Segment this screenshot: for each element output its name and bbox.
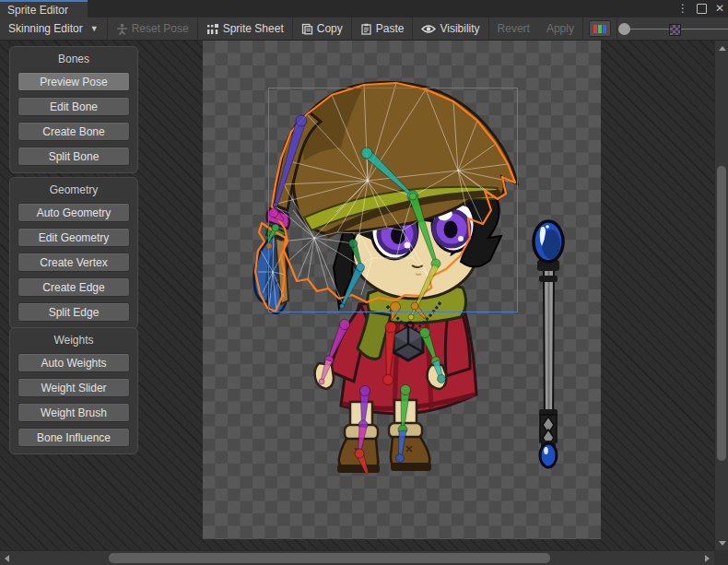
- head: [249, 82, 517, 314]
- auto-weights-button[interactable]: Auto Weights: [18, 353, 130, 372]
- copy-icon: [301, 23, 313, 35]
- panel-bones: Bones Preview Pose Edit Bone Create Bone…: [9, 46, 138, 173]
- feather-ornament: [249, 208, 293, 314]
- edit-geometry-button[interactable]: Edit Geometry: [18, 228, 130, 247]
- panel-geometry: Geometry Auto Geometry Edit Geometry Cre…: [9, 177, 138, 329]
- apply-button[interactable]: Apply: [538, 18, 582, 41]
- tab-title: Sprite Editor: [7, 4, 68, 17]
- panel-title: Bones: [10, 47, 137, 72]
- rgb-channels-button[interactable]: [589, 20, 611, 37]
- tab-sprite-editor[interactable]: Sprite Editor: [0, 0, 88, 18]
- bone-influence-button[interactable]: Bone Influence: [18, 428, 130, 447]
- sprite-editor-window: Sprite Editor ⋮ ✕ Skinning Editor ▼ Rese…: [0, 0, 728, 565]
- visibility-button[interactable]: Visibility: [413, 18, 487, 41]
- skinning-editor-dropdown[interactable]: Skinning Editor ▼: [0, 18, 107, 41]
- close-icon[interactable]: ✕: [715, 1, 724, 17]
- scroll-down-arrow[interactable]: [719, 541, 726, 546]
- paste-icon: [360, 23, 372, 35]
- preview-pose-button[interactable]: Preview Pose: [18, 72, 130, 91]
- alpha-slider: [617, 18, 728, 41]
- copy-button[interactable]: Copy: [293, 18, 351, 41]
- weight-slider-button[interactable]: Weight Slider: [18, 378, 130, 397]
- toolbar: Skinning Editor ▼ Reset Pose Sprite Shee…: [0, 18, 728, 41]
- skinning-canvas[interactable]: Bones Preview Pose Edit Bone Create Bone…: [0, 41, 714, 550]
- scroll-left-arrow[interactable]: [5, 555, 9, 562]
- window-menu-icon[interactable]: ⋮: [677, 1, 688, 17]
- scroll-up-arrow[interactable]: [719, 46, 726, 51]
- titlebar: Sprite Editor ⋮ ✕: [0, 0, 728, 18]
- auto-geometry-button[interactable]: Auto Geometry: [18, 203, 130, 222]
- slider-knob[interactable]: [618, 23, 630, 35]
- horizontal-scrollbar[interactable]: [0, 550, 714, 565]
- maximize-icon[interactable]: [697, 4, 707, 14]
- scroll-right-arrow[interactable]: [705, 555, 710, 562]
- visibility-eye-icon: [421, 24, 436, 34]
- create-bone-button[interactable]: Create Bone: [18, 122, 130, 141]
- panel-title: Weights: [10, 328, 137, 353]
- split-bone-button[interactable]: Split Bone: [18, 147, 130, 166]
- reset-pose-button[interactable]: Reset Pose: [108, 18, 197, 41]
- unity-cube-pendant: [393, 327, 423, 360]
- panel-title: Geometry: [10, 178, 137, 203]
- edit-bone-button[interactable]: Edit Bone: [18, 97, 130, 116]
- scrollbar-corner: [714, 550, 728, 565]
- staff-sprite: [534, 221, 563, 467]
- split-edge-button[interactable]: Split Edge: [18, 302, 130, 322]
- create-edge-button[interactable]: Create Edge: [18, 277, 130, 297]
- panel-weights: Weights Auto Weights Weight Slider Weigh…: [9, 327, 138, 454]
- vertical-scroll-thumb[interactable]: [717, 166, 726, 461]
- create-vertex-button[interactable]: Create Vertex: [18, 253, 130, 272]
- sprite-preview-icon: [669, 24, 681, 36]
- character-sprite: [249, 82, 517, 473]
- sprite-sheet-icon: [206, 23, 219, 35]
- paste-button[interactable]: Paste: [352, 18, 413, 41]
- reset-pose-icon: [116, 23, 128, 35]
- sprite-sheet-button[interactable]: Sprite Sheet: [198, 18, 292, 41]
- chevron-down-icon: ▼: [90, 24, 99, 33]
- revert-button[interactable]: Revert: [489, 18, 538, 41]
- vertical-scrollbar[interactable]: [714, 41, 728, 550]
- horizontal-scroll-thumb[interactable]: [109, 553, 550, 563]
- weight-brush-button[interactable]: Weight Brush: [18, 403, 130, 422]
